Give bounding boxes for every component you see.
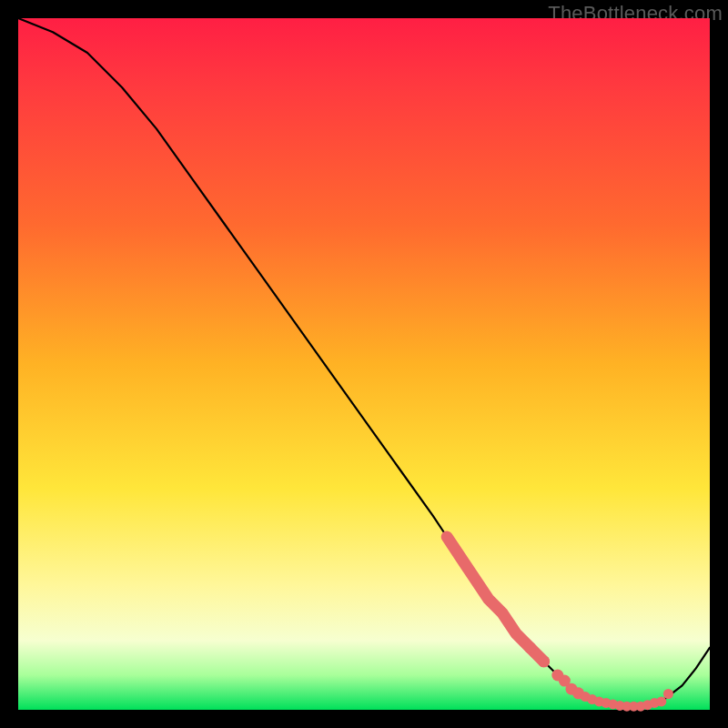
marker-dot [538, 655, 550, 667]
plot-area [18, 18, 710, 710]
marker-dot [524, 642, 536, 653]
curve-svg [18, 18, 710, 710]
marker-dot [663, 689, 673, 699]
marker-group [447, 537, 673, 712]
marker-dot [656, 696, 666, 706]
curve-line [18, 18, 710, 706]
chart-stage: TheBottleneck.com [0, 0, 728, 728]
